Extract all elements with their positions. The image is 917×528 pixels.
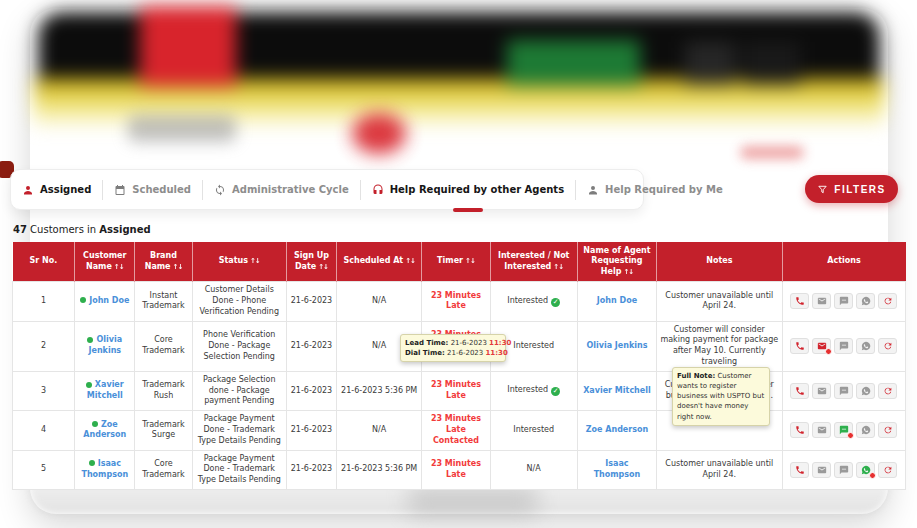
- sort-icon[interactable]: ↑↓: [623, 268, 633, 276]
- dial-time-value: 11:30: [485, 349, 507, 357]
- customer-name-link[interactable]: Xavier Mitchell: [87, 380, 124, 400]
- cell-customer-name: Olivia Jenkins: [75, 321, 135, 371]
- notification-dot: [825, 348, 832, 355]
- filters-button[interactable]: FILTERS: [805, 175, 898, 203]
- refresh-action-button[interactable]: [878, 338, 897, 354]
- cell-status: Customer Details Done - Phone Verificati…: [192, 282, 286, 321]
- lead-dial-tooltip: Lead Time: 21-6-2023 11:30 Dial Time: 21…: [400, 334, 506, 362]
- agent-name-link[interactable]: Xavier Mitchell: [583, 386, 651, 395]
- mail-action-button[interactable]: [812, 383, 831, 399]
- actions-group: [786, 338, 903, 354]
- sort-icon[interactable]: ↑↓: [553, 263, 563, 271]
- customers-table-wrap: Sr No.Customer Name↑↓Brand Name↑↓Status↑…: [12, 242, 906, 490]
- tab-help-required-by-other-agents[interactable]: Help Required by other Agents: [361, 170, 575, 209]
- sort-icon[interactable]: ↑↓: [173, 263, 183, 271]
- dial-time-label: Dial Time:: [405, 349, 445, 357]
- refresh-action-button[interactable]: [878, 293, 897, 309]
- phone-icon: [795, 341, 805, 351]
- logo-placeholder: [140, 6, 236, 86]
- agent-name-link[interactable]: Olivia Jenkins: [586, 341, 647, 350]
- online-dot-icon: [80, 297, 86, 303]
- chat-action-button[interactable]: [834, 383, 853, 399]
- cell-agent-name: John Doe: [577, 282, 656, 321]
- agent-name-link[interactable]: John Doe: [597, 296, 637, 305]
- column-header-agent-name[interactable]: Name of Agent Requesting Help↑↓: [577, 242, 656, 282]
- mail-action-button[interactable]: [812, 422, 831, 438]
- tab-help-required-by-me[interactable]: Help Required by Me: [576, 170, 734, 209]
- cell-interested: N/A: [490, 450, 577, 489]
- online-dot-icon: [87, 337, 93, 343]
- refresh-icon: [883, 341, 893, 351]
- column-header-signup-date[interactable]: Sign Up Date↑↓: [286, 242, 336, 282]
- cell-signup-date: 21-6-2023: [286, 321, 336, 371]
- table-row: 5Isaac ThompsonCore TrademarkPackage Pay…: [13, 450, 906, 489]
- mail-action-button[interactable]: [812, 293, 831, 309]
- customer-name-link[interactable]: Zoe Anderson: [83, 420, 126, 440]
- chat-action-button[interactable]: [834, 462, 853, 478]
- column-header-timer[interactable]: Timer↑↓: [422, 242, 490, 282]
- whatsapp-icon: [861, 296, 871, 306]
- column-header-customer-name[interactable]: Customer Name↑↓: [75, 242, 135, 282]
- phone-action-button[interactable]: [790, 338, 809, 354]
- whatsapp-action-button[interactable]: [856, 422, 875, 438]
- chat-action-button[interactable]: [834, 293, 853, 309]
- phone-action-button[interactable]: [790, 422, 809, 438]
- chat-icon: [839, 386, 849, 396]
- phone-action-button[interactable]: [790, 293, 809, 309]
- whatsapp-action-button[interactable]: [856, 462, 875, 478]
- customer-name-link[interactable]: Olivia Jenkins: [88, 335, 122, 355]
- cell-scheduled-at: N/A: [337, 282, 422, 321]
- header-dark-block: [743, 42, 800, 84]
- column-header-scheduled-at[interactable]: Scheduled At↑↓: [337, 242, 422, 282]
- mail-icon: [817, 465, 827, 475]
- column-label: Name of Agent Requesting Help: [583, 246, 650, 276]
- whatsapp-action-button[interactable]: [856, 338, 875, 354]
- cell-customer-name: Zoe Anderson: [75, 411, 135, 450]
- chat-action-button[interactable]: [834, 338, 853, 354]
- mail-action-button[interactable]: [812, 338, 831, 354]
- cell-signup-date: 21-6-2023: [286, 450, 336, 489]
- cell-sr-no: 5: [13, 450, 75, 489]
- refresh-action-button[interactable]: [878, 422, 897, 438]
- phone-action-button[interactable]: [790, 462, 809, 478]
- column-header-brand-name[interactable]: Brand Name↑↓: [135, 242, 192, 282]
- column-header-interested[interactable]: Interested / Not Interested↑↓: [490, 242, 577, 282]
- actions-group: [786, 462, 903, 478]
- phone-action-button[interactable]: [790, 383, 809, 399]
- whatsapp-action-button[interactable]: [856, 383, 875, 399]
- sort-icon[interactable]: ↑↓: [250, 257, 260, 265]
- sort-icon[interactable]: ↑↓: [405, 257, 415, 265]
- lead-time-value: 11:30: [489, 339, 511, 347]
- cell-brand-name: Core Trademark: [135, 321, 192, 371]
- chat-action-button[interactable]: [834, 422, 853, 438]
- column-header-status[interactable]: Status↑↓: [192, 242, 286, 282]
- blurred-red-bar: [740, 146, 804, 159]
- sort-icon[interactable]: ↑↓: [465, 257, 475, 265]
- column-header-actions: Actions: [782, 242, 906, 282]
- cell-actions: [782, 450, 906, 489]
- cell-customer-name: John Doe: [75, 282, 135, 321]
- customer-count: 47: [13, 224, 27, 235]
- column-label: Scheduled At: [343, 256, 403, 265]
- column-header-sr-no: Sr No.: [13, 242, 75, 282]
- cell-status: Phone Verification Done - Package Select…: [192, 321, 286, 371]
- cell-customer-name: Xavier Mitchell: [75, 371, 135, 410]
- tab-administrative-cycle[interactable]: Administrative Cycle: [203, 170, 360, 209]
- tab-assigned[interactable]: Assigned: [11, 170, 102, 209]
- whatsapp-action-button[interactable]: [856, 293, 875, 309]
- cell-status: Package Selection done - Package payment…: [192, 371, 286, 410]
- tab-scheduled[interactable]: Scheduled: [103, 170, 202, 209]
- cell-actions: [782, 321, 906, 371]
- notification-dot: [847, 432, 854, 439]
- refresh-action-button[interactable]: [878, 383, 897, 399]
- blurred-text-block: [128, 115, 236, 142]
- refresh-action-button[interactable]: [878, 462, 897, 478]
- mail-action-button[interactable]: [812, 462, 831, 478]
- sort-icon[interactable]: ↑↓: [114, 263, 124, 271]
- column-label: Timer: [437, 256, 463, 265]
- sort-icon[interactable]: ↑↓: [318, 263, 328, 271]
- interested-check-icon: ✓: [551, 298, 560, 307]
- customer-name-link[interactable]: John Doe: [89, 296, 129, 305]
- agent-name-link[interactable]: Isaac Thompson: [594, 459, 641, 479]
- agent-name-link[interactable]: Zoe Anderson: [586, 425, 648, 434]
